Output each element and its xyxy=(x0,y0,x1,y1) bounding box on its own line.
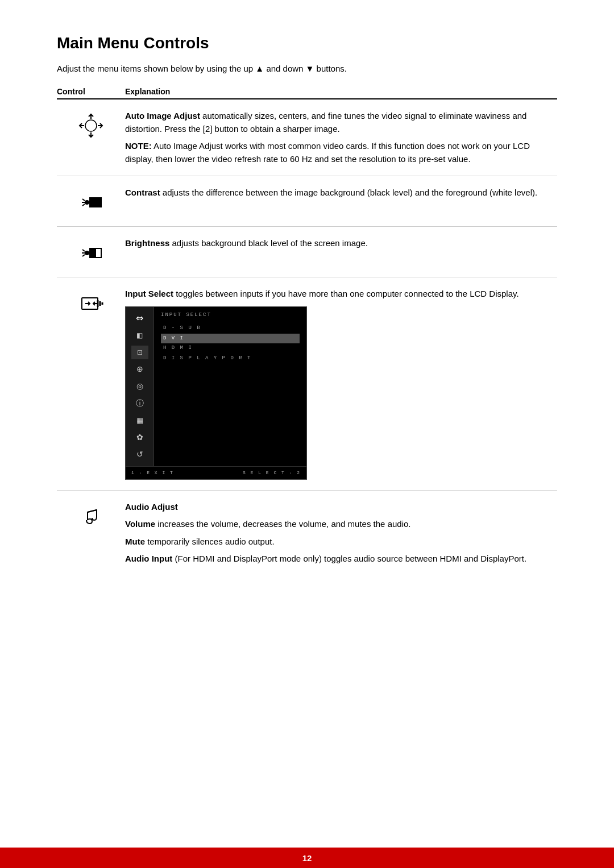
svg-point-0 xyxy=(85,120,97,131)
osd-icon-5: ◎ xyxy=(131,380,148,393)
osd-icon-3: ⊡ xyxy=(131,346,148,359)
osd-icon-2: ◧ xyxy=(131,329,148,342)
svg-point-13 xyxy=(85,251,89,255)
svg-rect-15 xyxy=(90,248,96,258)
table-row: Input Select toggles between inputs if y… xyxy=(57,277,557,491)
osd-footer-exit: 1 : E X I T xyxy=(131,470,174,476)
contrast-text: Contrast adjusts the difference between … xyxy=(125,186,557,200)
auto-image-adjust-text: Auto Image Adjust automatically sizes, c… xyxy=(125,110,557,165)
audio-adjust-icon xyxy=(77,503,105,530)
auto-image-adjust-icon xyxy=(77,112,105,139)
audio-adjust-text: Audio Adjust Volume increases the volume… xyxy=(125,501,557,566)
input-select-text: Input Select toggles between inputs if y… xyxy=(125,288,557,480)
input-select-icon xyxy=(77,290,105,317)
table-row: Contrast adjusts the difference between … xyxy=(57,176,557,227)
brightness-icon-cell xyxy=(57,237,125,267)
osd-menu-item-dvi: D V I xyxy=(161,334,300,344)
svg-line-7 xyxy=(82,204,85,206)
osd-content: INPUT SELECT D - S U B D V I H D M I D I… xyxy=(154,307,306,466)
input-select-icon-cell xyxy=(57,288,125,317)
svg-line-6 xyxy=(82,199,85,201)
table-header: Control Explanation xyxy=(57,87,557,99)
contrast-icon xyxy=(77,189,105,216)
svg-rect-9 xyxy=(90,198,101,207)
auto-image-adjust-icon-cell xyxy=(57,110,125,139)
osd-menu-item-displayport: D I S P L A Y P O R T xyxy=(161,354,300,364)
osd-icon-6: ⓘ xyxy=(131,397,148,410)
osd-icon-7: ▦ xyxy=(131,414,148,427)
osd-menu-item-hdmi: H D M I xyxy=(161,343,300,354)
osd-icon-9: ↺ xyxy=(131,448,148,462)
intro-text: Adjust the menu items shown below by usi… xyxy=(57,64,557,73)
osd-content-title: INPUT SELECT xyxy=(161,312,300,319)
contrast-icon-cell xyxy=(57,186,125,216)
page-number: 12 xyxy=(302,853,312,863)
svg-line-22 xyxy=(88,510,97,512)
brightness-icon xyxy=(77,239,105,267)
audio-adjust-icon-cell xyxy=(57,501,125,530)
svg-line-12 xyxy=(82,255,85,256)
osd-icon-1: ⇔ xyxy=(131,312,148,325)
col-control-header: Control xyxy=(57,87,125,96)
osd-footer-select: S E L E C T : 2 xyxy=(243,470,301,476)
col-explanation-header: Explanation xyxy=(125,87,170,96)
table-row: Auto Image Adjust automatically sizes, c… xyxy=(57,99,557,176)
osd-sidebar: ⇔ ◧ ⊡ ⊕ ◎ ⓘ ▦ ✿ ↺ xyxy=(126,307,154,466)
brightness-text: Brightness adjusts background black leve… xyxy=(125,237,557,250)
page-title: Main Menu Controls xyxy=(57,34,557,52)
table-row: Audio Adjust Volume increases the volume… xyxy=(57,491,557,576)
osd-footer: 1 : E X I T S E L E C T : 2 xyxy=(126,466,306,479)
svg-line-11 xyxy=(82,250,85,251)
table-row: Brightness adjusts background black leve… xyxy=(57,227,557,277)
osd-screenshot: ⇔ ◧ ⊡ ⊕ ◎ ⓘ ▦ ✿ ↺ INPUT SELECT D - S U B… xyxy=(125,306,307,480)
osd-icon-8: ✿ xyxy=(131,431,148,445)
osd-icon-4: ⊕ xyxy=(131,363,148,376)
page-number-bar: 12 xyxy=(0,848,614,868)
svg-point-8 xyxy=(85,201,89,204)
osd-menu-item-dsub: D - S U B xyxy=(161,323,300,334)
